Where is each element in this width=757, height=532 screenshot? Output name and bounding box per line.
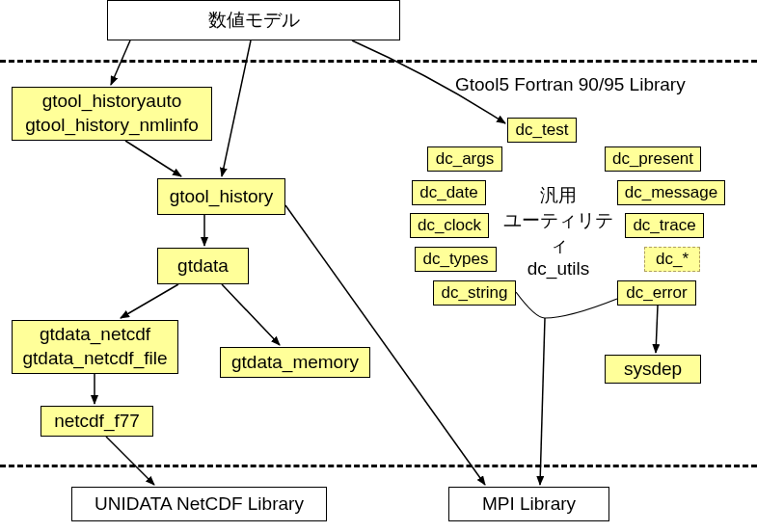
node-numerical-model: 数値モデル xyxy=(107,0,400,40)
node-gtdata: gtdata xyxy=(157,248,249,284)
node-label: dc_trace xyxy=(633,215,695,236)
node-gtool-history: gtool_history xyxy=(157,178,285,215)
node-dc-trace: dc_trace xyxy=(625,213,704,238)
node-label-line2: gtool_history_nmlinfo xyxy=(25,114,199,138)
svg-line-5 xyxy=(222,284,280,345)
node-dc-string: dc_string xyxy=(433,280,516,306)
node-label: netcdf_f77 xyxy=(54,410,140,434)
node-label: UNIDATA NetCDF Library xyxy=(95,492,304,517)
svg-line-9 xyxy=(540,318,545,485)
node-gtool-historyauto: gtool_historyauto gtool_history_nmlinfo xyxy=(12,87,212,141)
node-dc-types: dc_types xyxy=(415,247,497,272)
library-title: Gtool5 Fortran 90/95 Library xyxy=(455,74,686,95)
node-label: MPI Library xyxy=(482,492,576,517)
node-label-line1: gtdata_netcdf xyxy=(40,323,150,347)
node-unidata-netcdf: UNIDATA NetCDF Library xyxy=(71,487,327,521)
node-label: dc_present xyxy=(612,148,693,170)
node-dc-present: dc_present xyxy=(605,146,701,172)
node-label: gtool_history xyxy=(170,185,274,209)
node-label: dc_test xyxy=(516,120,569,141)
node-label: dc_types xyxy=(422,249,488,270)
node-gtdata-memory: gtdata_memory xyxy=(220,347,370,378)
svg-line-4 xyxy=(121,284,178,318)
node-gtdata-netcdf: gtdata_netcdf gtdata_netcdf_file xyxy=(12,320,178,374)
node-label-line2: gtdata_netcdf_file xyxy=(22,347,167,371)
node-dc-wildcard: dc_* xyxy=(644,247,700,272)
node-label-line1: gtool_historyauto xyxy=(42,90,182,114)
node-sysdep: sysdep xyxy=(605,355,701,384)
node-label: dc_message xyxy=(625,182,717,203)
node-label: dc_* xyxy=(656,249,689,270)
utils-label-line2: ユーティリティ xyxy=(496,208,621,258)
node-netcdf-f77: netcdf_f77 xyxy=(41,406,153,437)
node-dc-date: dc_date xyxy=(412,180,486,205)
node-label: dc_args xyxy=(436,148,494,170)
node-label: 数値モデル xyxy=(208,9,300,33)
svg-line-7 xyxy=(106,437,154,485)
utils-label: 汎用 ユーティリティ dc_utils xyxy=(496,183,621,279)
node-label: gtdata xyxy=(177,254,229,279)
node-dc-clock: dc_clock xyxy=(410,213,489,238)
node-dc-test: dc_test xyxy=(507,118,577,143)
node-mpi: MPI Library xyxy=(448,487,609,521)
node-label: dc_error xyxy=(626,282,687,304)
node-label: dc_string xyxy=(442,282,508,304)
node-dc-error: dc_error xyxy=(617,280,696,306)
node-label: dc_date xyxy=(419,182,478,203)
utils-label-line3: dc_utils xyxy=(496,258,621,279)
node-dc-message: dc_message xyxy=(617,180,725,205)
node-dc-args: dc_args xyxy=(427,146,502,172)
dashed-divider-top xyxy=(0,60,757,63)
node-label: dc_clock xyxy=(418,215,481,236)
node-label: gtdata_memory xyxy=(231,351,359,375)
svg-line-10 xyxy=(656,306,658,353)
node-label: sysdep xyxy=(624,358,682,382)
svg-line-0 xyxy=(111,40,130,85)
utils-label-line1: 汎用 xyxy=(496,183,621,208)
dashed-divider-bottom xyxy=(0,465,757,467)
svg-line-2 xyxy=(125,141,181,176)
